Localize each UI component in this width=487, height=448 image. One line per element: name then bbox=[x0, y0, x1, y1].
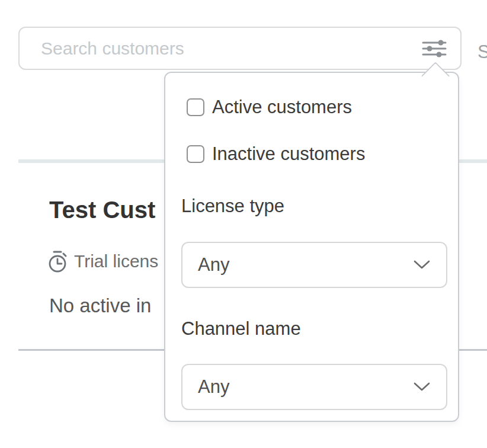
active-customers-option[interactable]: Active customers bbox=[187, 97, 352, 118]
checkbox-label: Inactive customers bbox=[212, 143, 365, 165]
filter-button[interactable] bbox=[419, 37, 450, 60]
license-text: Trial licens bbox=[74, 251, 158, 271]
checkbox-label: Active customers bbox=[212, 97, 352, 118]
license-type-label: License type bbox=[181, 196, 284, 217]
chevron-down-icon bbox=[413, 382, 431, 392]
chevron-down-icon bbox=[413, 260, 431, 270]
license-info: Trial licens bbox=[46, 249, 158, 273]
checkbox-active-customers[interactable] bbox=[187, 98, 204, 116]
stopwatch-icon bbox=[46, 249, 69, 273]
search-bar bbox=[18, 27, 462, 70]
truncated-right-text: S bbox=[478, 41, 487, 63]
channel-name-select[interactable]: Any bbox=[181, 364, 447, 410]
channel-name-value: Any bbox=[198, 376, 413, 398]
search-input[interactable] bbox=[41, 39, 419, 59]
license-type-value: Any bbox=[198, 254, 413, 276]
checkbox-inactive-customers[interactable] bbox=[187, 145, 204, 163]
filter-popover: Active customers Inactive customers Lice… bbox=[164, 72, 459, 422]
sliders-icon bbox=[421, 39, 447, 58]
inactive-customers-option[interactable]: Inactive customers bbox=[187, 143, 365, 165]
license-type-select[interactable]: Any bbox=[181, 242, 447, 288]
customer-name-heading: Test Cust bbox=[49, 197, 155, 223]
channel-name-label: Channel name bbox=[181, 318, 301, 340]
status-text: No active in bbox=[49, 295, 151, 317]
